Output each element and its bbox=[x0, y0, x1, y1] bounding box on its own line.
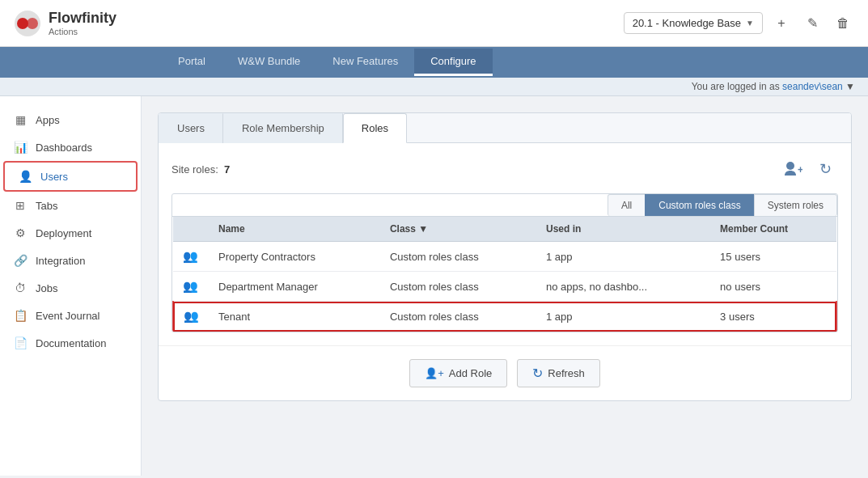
tabs-icon: ⊞ bbox=[13, 199, 28, 212]
row-icon-cell: 👥 bbox=[173, 302, 209, 332]
sidebar-item-deployment[interactable]: ⚙ Deployment bbox=[0, 219, 141, 247]
jobs-icon: ⏱ bbox=[13, 281, 28, 294]
sidebar-item-users[interactable]: 👤 Users bbox=[3, 161, 138, 192]
documentation-icon: 📄 bbox=[13, 336, 28, 349]
refresh-icon: ↻ bbox=[532, 366, 543, 381]
sidebar-label-tabs: Tabs bbox=[36, 200, 57, 212]
svg-point-2 bbox=[27, 18, 38, 29]
sidebar-item-event-journal[interactable]: 📋 Event Journal bbox=[0, 302, 141, 329]
sidebar-item-apps[interactable]: ▦ Apps bbox=[0, 106, 141, 133]
add-role-icon: 👤+ bbox=[425, 367, 444, 379]
top-header: Flowfinity Actions 20.1 - Knowledge Base… bbox=[0, 0, 868, 47]
add-workspace-button[interactable]: + bbox=[769, 11, 794, 36]
svg-point-3 bbox=[786, 162, 794, 170]
filter-custom-roles[interactable]: Custom roles class bbox=[645, 194, 754, 216]
roles-table: Name Class ▼ Used in Member Count 👥 bbox=[172, 217, 837, 332]
sidebar-item-dashboards[interactable]: 📊 Dashboards bbox=[0, 133, 141, 161]
row-used-in: no apps, no dashbo... bbox=[536, 272, 710, 302]
nav-tab-portal[interactable]: Portal bbox=[162, 49, 222, 76]
logo-text: Flowfinity Actions bbox=[49, 10, 116, 36]
user-dropdown-icon: ▼ bbox=[845, 81, 855, 92]
sidebar-item-integration[interactable]: 🔗 Integration bbox=[0, 247, 141, 274]
col-header-class[interactable]: Class ▼ bbox=[380, 217, 536, 242]
layout: ▦ Apps 📊 Dashboards 👤 Users ⊞ Tabs ⚙ Dep… bbox=[0, 96, 868, 476]
tab-users[interactable]: Users bbox=[159, 113, 223, 143]
row-name: Property Contractors bbox=[209, 242, 380, 272]
filter-all[interactable]: All bbox=[608, 194, 646, 216]
dashboards-icon: 📊 bbox=[13, 141, 28, 154]
workspace-label: 20.1 - Knowledge Base bbox=[633, 17, 741, 29]
sidebar-label-integration: Integration bbox=[36, 255, 85, 267]
table-row[interactable]: 👥 Department Manager Custom roles class … bbox=[173, 272, 836, 302]
table-row[interactable]: 👥 Property Contractors Custom roles clas… bbox=[173, 242, 836, 272]
flowfinity-logo-icon bbox=[13, 9, 42, 38]
row-class: Custom roles class bbox=[380, 302, 536, 332]
table-row-highlighted[interactable]: 👥 Tenant Custom roles class 1 app 3 user… bbox=[173, 302, 836, 332]
row-icon-cell: 👥 bbox=[173, 242, 209, 272]
col-header-member-count[interactable]: Member Count bbox=[710, 217, 836, 242]
col-header-used-in[interactable]: Used in bbox=[536, 217, 710, 242]
add-role-button[interactable]: 👤+ Add Role bbox=[409, 359, 507, 387]
panel-body: Site roles: 7 + ↻ bbox=[159, 143, 851, 345]
row-class: Custom roles class bbox=[380, 242, 536, 272]
sidebar-label-documentation: Documentation bbox=[36, 337, 106, 349]
filter-bar: All Custom roles class System roles bbox=[172, 194, 837, 217]
delete-workspace-button[interactable]: 🗑 bbox=[831, 11, 855, 36]
add-user-role-button[interactable]: + bbox=[780, 156, 806, 182]
user-link[interactable]: seandev\sean bbox=[782, 81, 843, 92]
table-section: All Custom roles class System roles Name… bbox=[171, 193, 838, 332]
sidebar-label-users: Users bbox=[40, 171, 68, 183]
panel-tabs: Users Role Membership Roles bbox=[159, 113, 851, 143]
site-roles-text: Site roles: 7 bbox=[171, 163, 230, 176]
chevron-down-icon: ▼ bbox=[746, 19, 754, 27]
refresh-icon: ↻ bbox=[819, 160, 832, 178]
nav-tab-ww-bundle[interactable]: W&W Bundle bbox=[222, 49, 316, 76]
brand-sub: Actions bbox=[49, 27, 116, 36]
tab-role-membership[interactable]: Role Membership bbox=[223, 113, 343, 143]
site-roles-count: 7 bbox=[224, 163, 230, 176]
row-member-count: no users bbox=[710, 272, 836, 302]
apps-icon: ▦ bbox=[13, 113, 28, 126]
sidebar: ▦ Apps 📊 Dashboards 👤 Users ⊞ Tabs ⚙ Dep… bbox=[0, 96, 142, 476]
tab-roles[interactable]: Roles bbox=[343, 113, 407, 143]
users-icon: 👤 bbox=[18, 170, 32, 183]
edit-workspace-button[interactable]: ✎ bbox=[800, 11, 824, 36]
row-class: Custom roles class bbox=[380, 272, 536, 302]
row-name: Tenant bbox=[209, 302, 380, 332]
sidebar-label-dashboards: Dashboards bbox=[36, 142, 92, 154]
row-member-count: 3 users bbox=[710, 302, 836, 332]
logo-area: Flowfinity Actions bbox=[13, 9, 116, 38]
svg-text:+: + bbox=[798, 164, 802, 176]
add-role-label: Add Role bbox=[449, 367, 492, 379]
filter-system-roles[interactable]: System roles bbox=[754, 194, 837, 216]
svg-point-1 bbox=[17, 18, 28, 29]
table-header-row: Name Class ▼ Used in Member Count bbox=[173, 217, 836, 242]
workspace-selector[interactable]: 20.1 - Knowledge Base ▼ bbox=[624, 12, 763, 34]
sidebar-label-event-journal: Event Journal bbox=[36, 310, 100, 322]
sidebar-label-apps: Apps bbox=[36, 114, 60, 126]
role-user-icon: 👥 bbox=[184, 309, 199, 323]
row-used-in: 1 app bbox=[536, 302, 710, 332]
sidebar-item-tabs[interactable]: ⊞ Tabs bbox=[0, 192, 141, 219]
row-member-count: 15 users bbox=[710, 242, 836, 272]
nav-tab-new-features[interactable]: New Features bbox=[316, 49, 414, 76]
nav-bar: Portal W&W Bundle New Features Configure bbox=[0, 47, 868, 78]
header-right: 20.1 - Knowledge Base ▼ + ✎ 🗑 bbox=[624, 11, 855, 36]
sidebar-item-documentation[interactable]: 📄 Documentation bbox=[0, 329, 141, 357]
integration-icon: 🔗 bbox=[13, 254, 28, 267]
bottom-actions: 👤+ Add Role ↻ Refresh bbox=[159, 345, 851, 400]
toolbar-row: Site roles: 7 + ↻ bbox=[171, 156, 838, 182]
main-content: Users Role Membership Roles Site roles: … bbox=[142, 96, 868, 476]
sidebar-item-jobs[interactable]: ⏱ Jobs bbox=[0, 274, 141, 302]
refresh-button[interactable]: ↻ Refresh bbox=[517, 359, 600, 387]
row-icon-cell: 👥 bbox=[173, 272, 209, 302]
sidebar-label-jobs: Jobs bbox=[36, 282, 57, 294]
col-header-icon bbox=[173, 217, 209, 242]
user-bar-text: You are logged in as bbox=[692, 81, 782, 92]
role-user-icon: 👥 bbox=[183, 279, 198, 293]
col-header-name[interactable]: Name bbox=[209, 217, 380, 242]
add-user-icon: + bbox=[783, 161, 802, 177]
refresh-table-button[interactable]: ↻ bbox=[812, 156, 838, 182]
user-bar: You are logged in as seandev\sean ▼ bbox=[0, 78, 868, 96]
nav-tab-configure[interactable]: Configure bbox=[414, 49, 492, 76]
